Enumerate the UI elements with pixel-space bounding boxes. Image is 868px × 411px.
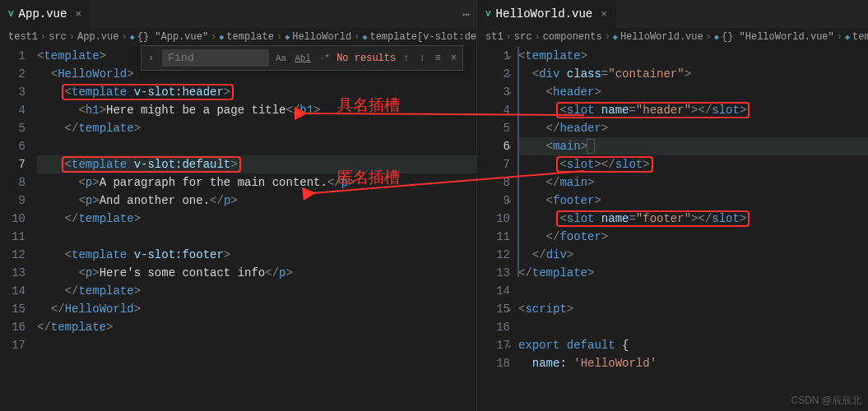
code-left[interactable]: <template> <HelloWorld> <template v-slot… [37,45,476,411]
tab-label: App.vue [19,7,67,21]
code-area-right[interactable]: 1⌄2⌄3⌄456⌄789⌄101112131415⌄1617⌄18 <temp… [477,45,868,411]
code-line[interactable]: <footer> [518,192,868,210]
arrow-down-icon[interactable]: ↓ [416,53,427,64]
code-line[interactable]: <main> [518,137,868,155]
code-line[interactable] [37,228,476,246]
code-line[interactable]: </template> [37,282,476,300]
code-line[interactable]: <template> [518,47,868,65]
chevron-right-icon[interactable]: › [145,53,157,64]
breadcrumb-right[interactable]: st1 › src › components › ◆ HelloWorld.vu… [477,29,868,45]
gutter-right: 1⌄2⌄3⌄456⌄789⌄101112131415⌄1617⌄18 [477,45,518,411]
close-icon[interactable]: × [601,8,607,21]
find-opt-regex[interactable]: ·* [318,53,332,63]
code-line[interactable]: </main> [518,173,868,192]
code-line[interactable]: <template v-slot:footer> [37,246,476,264]
tabs-right: V HelloWorld.vue × [477,0,868,29]
find-result: No results [337,53,396,64]
code-line[interactable] [518,318,868,336]
code-line[interactable]: name: 'HelloWorld' [518,354,868,372]
code-line[interactable]: <template v-slot:default> [37,155,476,173]
tab-helloworld-vue[interactable]: V HelloWorld.vue × [477,0,616,28]
code-area-left[interactable]: 1234567891011121314151617 <template> <He… [0,45,476,411]
tab-actions[interactable]: ⋯ [457,0,476,28]
code-line[interactable]: <script> [518,300,868,318]
find-selection-icon[interactable]: ≡ [433,53,443,64]
code-line[interactable] [37,336,476,354]
code-line[interactable]: </template> [37,318,476,336]
code-line[interactable]: <h1>Here might be a page title</h1> [37,101,476,119]
close-icon[interactable]: × [75,8,81,21]
code-line[interactable]: </template> [37,119,476,137]
annotation-anon-slot: 匿名插槽 [337,167,400,188]
code-line[interactable]: </HelloWorld> [37,300,476,318]
code-line[interactable]: export default { [518,336,868,354]
annotation-named-slot: 具名插槽 [337,95,400,116]
tab-app-vue[interactable]: V App.vue × [0,0,91,28]
arrow-up-icon[interactable]: ↑ [401,53,411,64]
code-line[interactable]: <slot name="footer"></slot> [518,210,868,228]
code-line[interactable]: </footer> [518,228,868,246]
code-line[interactable]: <template v-slot:header> [37,83,476,101]
tab-label: HelloWorld.vue [496,7,593,21]
code-line[interactable]: <div class="container"> [518,65,868,83]
vue-icon: V [485,9,491,19]
tabs-left: V App.vue × ⋯ [0,0,476,29]
gutter-left: 1234567891011121314151617 [0,45,37,411]
close-icon[interactable]: × [448,53,459,64]
code-line[interactable]: <slot name="header"></slot> [518,101,868,119]
code-line[interactable]: <p>A paragraph for the main content.</p> [37,173,476,192]
code-line[interactable]: <p>Here's some contact info</p> [37,264,476,282]
code-line[interactable]: <slot></slot> [518,155,868,173]
find-input[interactable] [162,49,269,67]
editor-pane-right: V HelloWorld.vue × st1 › src › component… [477,0,868,411]
find-opt-case[interactable]: Aa [274,53,288,63]
code-line[interactable]: </header> [518,119,868,137]
code-line[interactable] [518,282,868,300]
code-line[interactable]: <p>And another one.</p> [37,192,476,210]
code-line[interactable] [37,137,476,155]
code-line[interactable]: </template> [518,264,868,282]
watermark: CSDN @辰辰北 [791,394,861,408]
find-widget: › Aa Abl ·* No results ↑ ↓ ≡ × [141,45,463,71]
code-line[interactable]: </div> [518,246,868,264]
find-opt-word[interactable]: Abl [293,53,313,63]
editor-pane-left: V App.vue × ⋯ test1 › src › App.vue › ◆ … [0,0,477,411]
code-line[interactable]: </template> [37,210,476,228]
vue-icon: V [8,9,14,19]
code-right[interactable]: <template> <div class="container"> <head… [518,45,868,411]
breadcrumb-left[interactable]: test1 › src › App.vue › ◆ {} "App.vue" ›… [0,29,476,45]
code-line[interactable]: <header> [518,83,868,101]
